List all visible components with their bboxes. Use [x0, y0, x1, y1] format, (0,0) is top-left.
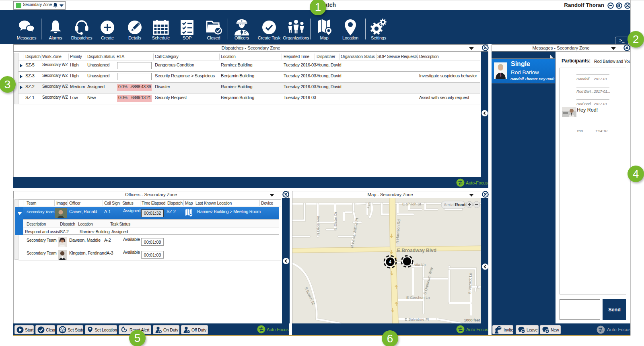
svg-text:4: 4	[389, 260, 391, 264]
svg-text:1000 feet: 1000 feet	[464, 318, 480, 322]
svg-text:E Broadway Blvd: E Broadway Blvd	[397, 248, 436, 253]
svg-text:E Salvatore Pl: E Salvatore Pl	[405, 317, 429, 321]
svg-text:vita Ln: vita Ln	[414, 262, 426, 267]
svg-text:Aerial: Aerial	[444, 202, 455, 207]
svg-text:N Elster Dr: N Elster Dr	[333, 212, 337, 230]
svg-text:E H: E H	[477, 285, 481, 289]
svg-text:N Dixie Ave: N Dixie Ave	[316, 216, 320, 236]
svg-text:E Gershon Ln: E Gershon Ln	[406, 295, 430, 300]
svg-text:S Vozack Ln: S Vozack Ln	[467, 273, 473, 294]
svg-text:E Shiloh St: E Shiloh St	[402, 202, 421, 206]
svg-text:Road: Road	[455, 202, 465, 207]
